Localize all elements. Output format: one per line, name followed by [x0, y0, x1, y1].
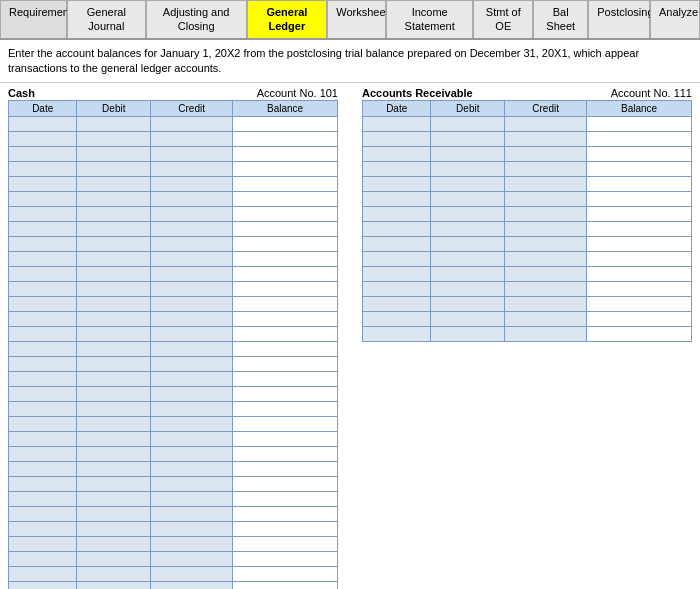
- tab-adjusting-closing[interactable]: Adjusting and Closing: [146, 0, 247, 38]
- ar-cell-r14-c1[interactable]: [431, 327, 505, 342]
- cash-cell-r16-c3[interactable]: [233, 357, 338, 372]
- cash-cell-r27-c3[interactable]: [233, 522, 338, 537]
- cash-cell-r23-c2[interactable]: [151, 462, 233, 477]
- ar-cell-r5-c0[interactable]: [363, 192, 431, 207]
- cash-cell-r17-c3[interactable]: [233, 372, 338, 387]
- cash-cell-r7-c3[interactable]: [233, 222, 338, 237]
- cash-cell-r0-c1[interactable]: [77, 117, 151, 132]
- ar-cell-r13-c0[interactable]: [363, 312, 431, 327]
- ar-cell-r3-c0[interactable]: [363, 162, 431, 177]
- cash-cell-r20-c0[interactable]: [9, 417, 77, 432]
- ar-cell-r1-c1[interactable]: [431, 132, 505, 147]
- cash-cell-r8-c3[interactable]: [233, 237, 338, 252]
- cash-cell-r31-c2[interactable]: [151, 582, 233, 589]
- ar-cell-r2-c2[interactable]: [505, 147, 587, 162]
- cash-cell-r11-c3[interactable]: [233, 282, 338, 297]
- cash-cell-r25-c0[interactable]: [9, 492, 77, 507]
- cash-cell-r13-c1[interactable]: [77, 312, 151, 327]
- cash-cell-r29-c0[interactable]: [9, 552, 77, 567]
- cash-cell-r31-c0[interactable]: [9, 582, 77, 589]
- ar-cell-r5-c1[interactable]: [431, 192, 505, 207]
- cash-cell-r23-c1[interactable]: [77, 462, 151, 477]
- cash-cell-r7-c0[interactable]: [9, 222, 77, 237]
- cash-cell-r14-c3[interactable]: [233, 327, 338, 342]
- ar-cell-r6-c3[interactable]: [587, 207, 692, 222]
- cash-cell-r25-c3[interactable]: [233, 492, 338, 507]
- tab-income-statement[interactable]: Income Statement: [386, 0, 473, 38]
- cash-cell-r10-c3[interactable]: [233, 267, 338, 282]
- cash-cell-r30-c3[interactable]: [233, 567, 338, 582]
- cash-cell-r29-c3[interactable]: [233, 552, 338, 567]
- cash-cell-r6-c3[interactable]: [233, 207, 338, 222]
- ar-cell-r0-c1[interactable]: [431, 117, 505, 132]
- ar-cell-r3-c3[interactable]: [587, 162, 692, 177]
- cash-cell-r13-c2[interactable]: [151, 312, 233, 327]
- ar-cell-r2-c0[interactable]: [363, 147, 431, 162]
- cash-cell-r3-c3[interactable]: [233, 162, 338, 177]
- ar-cell-r12-c1[interactable]: [431, 297, 505, 312]
- cash-cell-r15-c3[interactable]: [233, 342, 338, 357]
- cash-cell-r27-c1[interactable]: [77, 522, 151, 537]
- cash-cell-r11-c2[interactable]: [151, 282, 233, 297]
- cash-cell-r29-c2[interactable]: [151, 552, 233, 567]
- cash-cell-r20-c1[interactable]: [77, 417, 151, 432]
- cash-cell-r16-c1[interactable]: [77, 357, 151, 372]
- ar-cell-r11-c3[interactable]: [587, 282, 692, 297]
- tab-requirement[interactable]: Requirement: [0, 0, 67, 38]
- cash-cell-r19-c3[interactable]: [233, 402, 338, 417]
- ar-cell-r10-c1[interactable]: [431, 267, 505, 282]
- cash-cell-r9-c0[interactable]: [9, 252, 77, 267]
- cash-cell-r22-c0[interactable]: [9, 447, 77, 462]
- ar-cell-r7-c3[interactable]: [587, 222, 692, 237]
- tab-analyze[interactable]: Analyze: [650, 0, 700, 38]
- cash-cell-r2-c0[interactable]: [9, 147, 77, 162]
- ar-cell-r4-c2[interactable]: [505, 177, 587, 192]
- ar-cell-r0-c0[interactable]: [363, 117, 431, 132]
- cash-cell-r22-c1[interactable]: [77, 447, 151, 462]
- cash-cell-r10-c0[interactable]: [9, 267, 77, 282]
- ar-cell-r9-c0[interactable]: [363, 252, 431, 267]
- ar-cell-r3-c1[interactable]: [431, 162, 505, 177]
- cash-cell-r16-c0[interactable]: [9, 357, 77, 372]
- cash-cell-r20-c3[interactable]: [233, 417, 338, 432]
- tab-postclosing[interactable]: Postclosing: [588, 0, 650, 38]
- ar-cell-r13-c3[interactable]: [587, 312, 692, 327]
- cash-cell-r26-c3[interactable]: [233, 507, 338, 522]
- tab-worksheet[interactable]: Worksheet: [327, 0, 386, 38]
- ar-cell-r12-c0[interactable]: [363, 297, 431, 312]
- ar-cell-r7-c1[interactable]: [431, 222, 505, 237]
- cash-cell-r26-c1[interactable]: [77, 507, 151, 522]
- cash-cell-r5-c0[interactable]: [9, 192, 77, 207]
- cash-cell-r29-c1[interactable]: [77, 552, 151, 567]
- cash-cell-r19-c1[interactable]: [77, 402, 151, 417]
- cash-cell-r17-c1[interactable]: [77, 372, 151, 387]
- cash-cell-r5-c3[interactable]: [233, 192, 338, 207]
- ar-cell-r1-c2[interactable]: [505, 132, 587, 147]
- ar-cell-r9-c3[interactable]: [587, 252, 692, 267]
- ar-cell-r8-c1[interactable]: [431, 237, 505, 252]
- ar-cell-r4-c3[interactable]: [587, 177, 692, 192]
- cash-cell-r1-c3[interactable]: [233, 132, 338, 147]
- tab-stmt-of-oe[interactable]: Stmt of OE: [473, 0, 533, 38]
- ar-cell-r1-c3[interactable]: [587, 132, 692, 147]
- cash-cell-r6-c0[interactable]: [9, 207, 77, 222]
- cash-cell-r4-c0[interactable]: [9, 177, 77, 192]
- cash-cell-r13-c3[interactable]: [233, 312, 338, 327]
- cash-cell-r9-c2[interactable]: [151, 252, 233, 267]
- ar-cell-r12-c2[interactable]: [505, 297, 587, 312]
- ar-cell-r8-c2[interactable]: [505, 237, 587, 252]
- cash-cell-r12-c1[interactable]: [77, 297, 151, 312]
- cash-cell-r5-c2[interactable]: [151, 192, 233, 207]
- ar-cell-r9-c2[interactable]: [505, 252, 587, 267]
- ar-cell-r6-c2[interactable]: [505, 207, 587, 222]
- ar-cell-r13-c2[interactable]: [505, 312, 587, 327]
- cash-cell-r2-c1[interactable]: [77, 147, 151, 162]
- ar-cell-r7-c2[interactable]: [505, 222, 587, 237]
- ar-cell-r8-c3[interactable]: [587, 237, 692, 252]
- cash-cell-r18-c0[interactable]: [9, 387, 77, 402]
- cash-cell-r0-c2[interactable]: [151, 117, 233, 132]
- cash-cell-r21-c3[interactable]: [233, 432, 338, 447]
- cash-cell-r27-c0[interactable]: [9, 522, 77, 537]
- ar-cell-r13-c1[interactable]: [431, 312, 505, 327]
- ar-cell-r14-c3[interactable]: [587, 327, 692, 342]
